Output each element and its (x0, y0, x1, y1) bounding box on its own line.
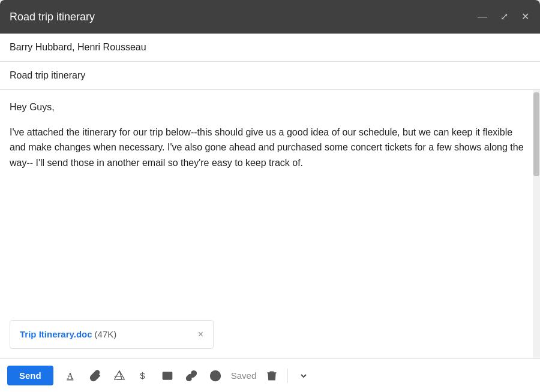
send-button[interactable]: Send (7, 366, 53, 385)
body-area[interactable]: Hey Guys, I've attached the itinerary fo… (0, 90, 540, 358)
saved-label: Saved (229, 370, 259, 381)
title-bar: Road trip itinerary — ⤢ ✕ (0, 0, 540, 34)
svg-text:$: $ (140, 370, 145, 381)
attachment-size: (47K) (95, 329, 117, 339)
subject-value: Road trip itinerary (10, 70, 85, 80)
minimize-button[interactable]: — (476, 11, 488, 23)
attachment-remove-button[interactable]: × (198, 327, 203, 342)
to-value: Barry Hubbard, Henri Rousseau (10, 42, 146, 52)
google-drive-icon[interactable] (109, 365, 130, 387)
svg-text:A: A (67, 371, 73, 381)
subject-field[interactable]: Road trip itinerary (0, 62, 540, 90)
format-text-icon[interactable]: A (61, 365, 82, 387)
compose-window: Road trip itinerary — ⤢ ✕ Barry Hubbard,… (0, 0, 540, 392)
body-paragraph: I've attached the itinerary for our trip… (10, 125, 530, 171)
insert-photo-icon[interactable] (157, 365, 178, 387)
to-field[interactable]: Barry Hubbard, Henri Rousseau (0, 34, 540, 62)
more-options-icon[interactable] (293, 365, 314, 387)
attachment-name[interactable]: Trip Itinerary.doc (20, 329, 92, 339)
body-text: Hey Guys, I've attached the itinerary fo… (10, 99, 530, 313)
scrollbar[interactable] (533, 90, 540, 358)
toolbar-divider (287, 369, 288, 383)
insert-emoji-icon[interactable] (205, 365, 226, 387)
body-greeting: Hey Guys, (10, 99, 530, 115)
title-bar-controls: — ⤢ ✕ (476, 11, 530, 23)
insert-money-icon[interactable]: $ (133, 365, 154, 387)
maximize-button[interactable]: ⤢ (499, 11, 509, 23)
insert-link-icon[interactable] (181, 365, 202, 387)
attach-file-icon[interactable] (85, 365, 106, 387)
scrollbar-thumb (533, 92, 539, 176)
svg-point-8 (210, 370, 220, 381)
svg-point-7 (165, 374, 167, 376)
delete-icon[interactable] (261, 365, 283, 387)
close-button[interactable]: ✕ (520, 11, 530, 23)
window-title: Road trip itinerary (10, 11, 95, 23)
attachment-row: Trip Itinerary.doc(47K) × (10, 320, 214, 349)
toolbar: Send A $ (0, 358, 540, 392)
